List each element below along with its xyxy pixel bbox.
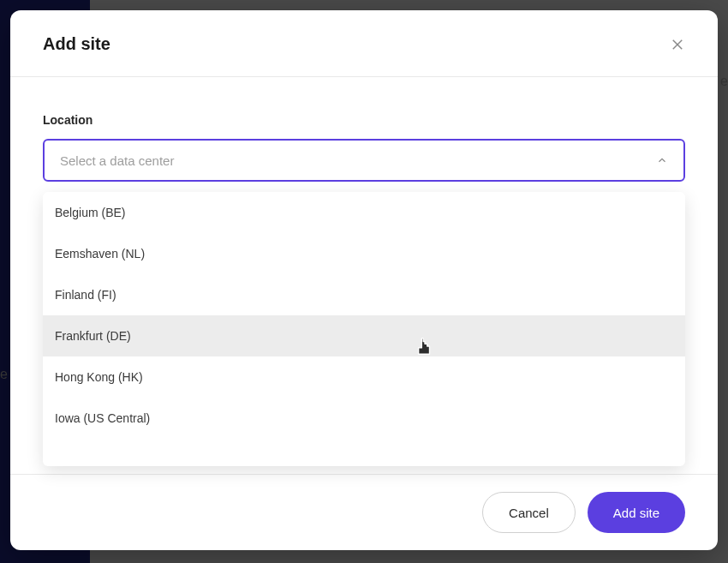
- dropdown-item[interactable]: Iowa (US Central): [43, 398, 685, 439]
- add-site-modal: Add site Location Select a data center B…: [10, 10, 718, 550]
- dropdown-list[interactable]: Belgium (BE)Eemshaven (NL)Finland (FI)Fr…: [43, 192, 685, 466]
- bg-text-right: e: [720, 74, 728, 89]
- location-dropdown: Belgium (BE)Eemshaven (NL)Finland (FI)Fr…: [43, 192, 685, 466]
- location-select[interactable]: Select a data center: [43, 139, 685, 182]
- modal-title: Add site: [43, 34, 110, 54]
- bg-text-left: e: [0, 367, 8, 382]
- dropdown-item[interactable]: Eemshaven (NL): [43, 233, 685, 274]
- dropdown-item[interactable]: Belgium (BE): [43, 192, 685, 233]
- modal-body: Location Select a data center Belgium (B…: [10, 77, 718, 474]
- location-label: Location: [43, 113, 685, 127]
- close-icon[interactable]: [670, 37, 685, 52]
- add-site-button[interactable]: Add site: [588, 492, 685, 533]
- cancel-button[interactable]: Cancel: [482, 492, 576, 533]
- dropdown-item[interactable]: Frankfurt (DE): [43, 315, 685, 356]
- modal-footer: Cancel Add site: [10, 474, 718, 550]
- chevron-up-icon: [656, 154, 668, 166]
- modal-header: Add site: [10, 10, 718, 77]
- dropdown-item[interactable]: Hong Kong (HK): [43, 356, 685, 398]
- dropdown-item[interactable]: Finland (FI): [43, 274, 685, 315]
- select-placeholder: Select a data center: [60, 153, 174, 168]
